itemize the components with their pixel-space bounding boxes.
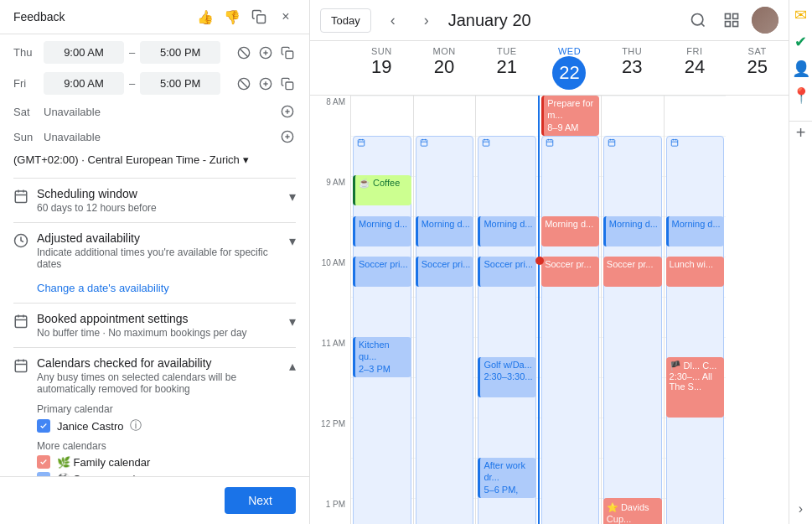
thu-soccer-event[interactable]: Soccer pr... [603, 257, 662, 287]
calendar-title: January 20 [448, 11, 675, 30]
family-calendar-item: 🌿 Family calendar [37, 455, 296, 469]
wed-soccer-event[interactable]: Soccer pr... [541, 257, 599, 287]
svg-rect-31 [484, 140, 490, 147]
tue-soccer-event[interactable]: Soccer pri... [478, 257, 536, 287]
time-labels: 8 AM 9 AM 10 AM 11 AM 12 PM 1 PM 2 PM 3 … [310, 96, 350, 524]
family-calendar-name: 🌿 Family calendar [57, 456, 150, 469]
fri-row: Fri – [13, 72, 296, 95]
sun-unavailable: Unavailable [44, 131, 279, 143]
thu-copy-icon[interactable] [279, 44, 296, 61]
maps-icon[interactable]: 📍 [793, 87, 809, 104]
day-header-thu: THU 23 [601, 41, 664, 95]
calendars-section: Calendars checked for availability Any b… [13, 347, 296, 476]
next-arrow-icon[interactable]: › [415, 8, 438, 32]
thumbs-up-icon[interactable]: 👍 [195, 7, 215, 27]
svg-point-23 [692, 14, 703, 25]
primary-calendar-checkbox[interactable] [37, 419, 50, 433]
fri-col: Morning d... Lunch wi... 🏴 Dl... C...2:3… [664, 96, 727, 524]
wed-prepare-event[interactable]: Prepare for m...8–9 AM [541, 96, 599, 136]
scheduling-window-section[interactable]: Scheduling window 60 days to 12 hours be… [13, 178, 296, 222]
fri-copy-icon[interactable] [279, 75, 296, 92]
search-icon[interactable] [685, 7, 711, 34]
sun-label: Sun [13, 131, 44, 143]
day-header-sun: SUN 19 [350, 41, 413, 95]
change-date-availability-link[interactable]: Change a date's availability [37, 282, 296, 294]
svg-line-24 [701, 23, 705, 27]
sun-add-icon[interactable] [279, 128, 296, 145]
mail-icon[interactable]: ✉ [793, 7, 809, 23]
fri-morning-event[interactable]: Morning d... [666, 216, 725, 246]
thumbs-down-icon[interactable]: 👎 [222, 7, 242, 27]
thu-time-range: – [44, 41, 235, 64]
calendar-grid-inner: 8 AM 9 AM 10 AM 11 AM 12 PM 1 PM 2 PM 3 … [310, 96, 789, 524]
mon-availability [416, 136, 474, 524]
booked-settings-section[interactable]: Booked appointment settings No buffer ti… [13, 303, 296, 347]
fri-lunch-event[interactable]: Lunch wi... [666, 257, 725, 287]
bottom-bar: Next [0, 476, 309, 524]
grid-icon[interactable] [718, 7, 745, 34]
next-button[interactable]: Next [225, 487, 296, 514]
svg-rect-28 [733, 22, 738, 27]
svg-rect-19 [15, 191, 27, 203]
thu-davids-event[interactable]: ⭐ Davids Cup...6–8PMPrestwich Fo...Tenni… [603, 498, 662, 524]
svg-rect-29 [358, 140, 365, 147]
day-header-fri: FRI 24 [664, 41, 727, 95]
fri-availability [666, 136, 725, 524]
right-panel: Today ‹ › January 20 SUN 19 MON 20 TUE [310, 0, 789, 524]
today-button[interactable]: Today [320, 8, 371, 33]
fri-start-time[interactable] [44, 72, 124, 95]
svg-rect-21 [15, 316, 27, 328]
avatar[interactable] [752, 7, 778, 34]
timezone-select[interactable]: (GMT+02:00) · Central European Time - Zu… [13, 153, 249, 166]
calendar-header: Today ‹ › January 20 [310, 0, 789, 41]
fri-ban-icon[interactable] [235, 75, 252, 92]
thu-row: Thu – [13, 41, 296, 64]
fri-end-time[interactable] [140, 72, 220, 95]
svg-rect-32 [546, 140, 553, 147]
primary-calendar-label: Primary calendar [37, 403, 296, 415]
thu-start-time[interactable] [44, 41, 124, 64]
sun-soccer-event[interactable]: Soccer pri... [353, 257, 411, 287]
person-icon[interactable]: 👤 [793, 60, 809, 77]
tue-morning-event[interactable]: Morning d... [478, 216, 536, 246]
sun-morning-event[interactable]: Morning d... [353, 216, 411, 246]
scheduling-window-chevron-icon: ▾ [289, 189, 296, 205]
sat-add-icon[interactable] [279, 103, 296, 120]
primary-calendar-name: Janice Castro [57, 420, 123, 433]
thu-actions [235, 44, 296, 61]
feedback-icons: 👍 👎 × [195, 7, 296, 27]
mon-morning-event[interactable]: Morning d... [416, 216, 474, 246]
booked-settings-title: Booked appointment settings [37, 312, 289, 325]
adjusted-availability-section[interactable]: Adjusted availability Indicate additiona… [13, 222, 296, 278]
wed-morning-event[interactable]: Morning d... [541, 216, 599, 246]
fri-flag-event[interactable]: 🏴 Dl... C...2:30–... All The S... [666, 357, 725, 418]
feedback-copy-icon[interactable] [249, 7, 269, 27]
family-calendar-checkbox[interactable] [37, 455, 50, 469]
mon-col: Morning d... Soccer pri... [413, 96, 476, 524]
tue-afterwork-event[interactable]: After work dr...5–6 PM, The... [478, 458, 536, 498]
tue-golf-event[interactable]: Golf w/Da...2:30–3:30... [478, 357, 536, 397]
mon-soccer-event[interactable]: Soccer pri... [416, 257, 474, 287]
day-header-sat: SAT 25 [726, 41, 789, 95]
prev-arrow-icon[interactable]: ‹ [381, 8, 405, 32]
adjusted-availability-chevron-icon: ▾ [289, 233, 296, 249]
calendar-grid: 8 AM 9 AM 10 AM 11 AM 12 PM 1 PM 2 PM 3 … [310, 96, 789, 524]
coffee-event[interactable]: ☕ Coffee [353, 175, 411, 205]
close-icon[interactable]: × [276, 7, 296, 27]
plus-icon[interactable]: + [789, 121, 812, 137]
calendars-header[interactable]: Calendars checked for availability Any b… [13, 348, 296, 398]
fri-add-icon[interactable] [257, 75, 274, 92]
calendars-chevron-icon: ▴ [289, 358, 296, 374]
thu-add-icon[interactable] [257, 44, 274, 61]
info-icon[interactable]: ⓘ [130, 418, 142, 433]
left-panel: Feedback 👍 👎 × Thu – [0, 0, 310, 524]
thu-morning-event[interactable]: Morning d... [603, 216, 662, 246]
sun-kitchen-event[interactable]: Kitchen qu...2–3 PM [353, 337, 411, 377]
svg-rect-34 [671, 140, 678, 147]
thu-availability [603, 136, 662, 524]
svg-line-2 [240, 49, 247, 56]
thu-end-time[interactable] [140, 41, 220, 64]
check-circle-icon[interactable]: ✔ [793, 34, 809, 50]
chevron-right-icon[interactable]: › [793, 501, 809, 517]
thu-ban-icon[interactable] [235, 44, 252, 61]
